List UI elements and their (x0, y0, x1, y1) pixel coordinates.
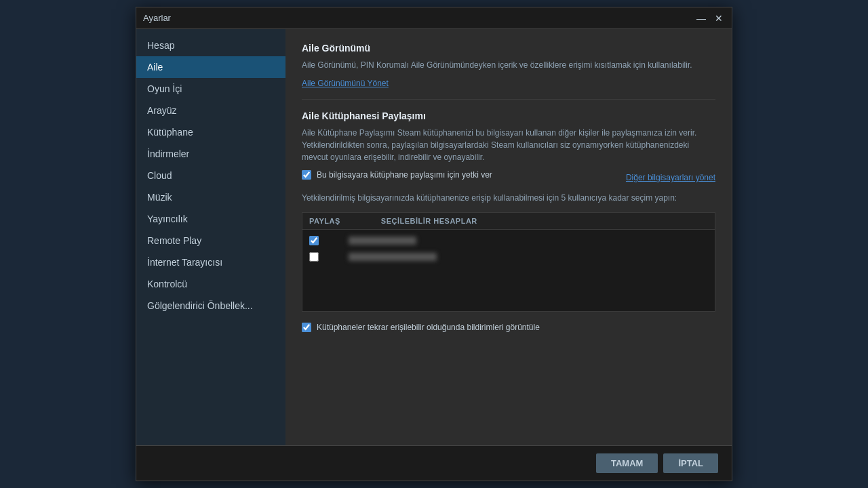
table-row (302, 232, 715, 249)
sidebar-item-yayincilik[interactable]: Yayıncılık (136, 208, 285, 230)
sidebar: Hesap Aile Oyun İçi Arayüz Kütüphane İnd… (136, 29, 285, 445)
sidebar-item-aile[interactable]: Aile (136, 56, 285, 78)
sidebar-item-hesap[interactable]: Hesap (136, 35, 285, 56)
authorize-checkbox-row: Bu bilgisayara kütüphane paylaşımı için … (302, 170, 492, 180)
notify-checkbox-label[interactable]: Kütüphaneler tekrar erişilebilir olduğun… (317, 323, 540, 332)
minimize-button[interactable]: — (695, 12, 707, 24)
divider-1 (302, 99, 715, 100)
sidebar-item-remote-play[interactable]: Remote Play (136, 230, 285, 251)
family-view-section: Aile Görünümü Aile Görünümü, PIN Korumal… (302, 43, 715, 88)
title-bar-controls: — ✕ (695, 12, 725, 24)
library-sharing-description: Aile Kütüphane Paylaşımı Steam kütüphane… (302, 127, 715, 163)
sidebar-item-indirmeler[interactable]: İndirmeler (136, 143, 285, 165)
family-view-description: Aile Görünümü, PIN Korumalı Aile Görünüm… (302, 59, 715, 71)
notify-checkbox[interactable] (302, 323, 311, 332)
share-table-body (302, 230, 715, 311)
manage-computers-link[interactable]: Diğer bilgisayarları yönet (626, 173, 715, 182)
main-area: Hesap Aile Oyun İçi Arayüz Kütüphane İnd… (136, 29, 732, 445)
row1-checkbox[interactable] (309, 236, 319, 245)
share-table: PAYLAŞ SEÇİLEBİLİR HESAPLAR (302, 212, 715, 312)
row2-account (349, 253, 437, 261)
content-area: Aile Görünümü Aile Görünümü, PIN Korumal… (285, 29, 732, 445)
settings-window: Ayarlar — ✕ Hesap Aile Oyun İçi Arayüz K… (136, 7, 732, 481)
manage-family-view-link[interactable]: Aile Görünümünü Yönet (302, 79, 389, 88)
family-view-title: Aile Görünümü (302, 43, 715, 54)
share-table-header: PAYLAŞ SEÇİLEBİLİR HESAPLAR (302, 213, 715, 230)
row1-account (349, 237, 416, 245)
row2-checkbox[interactable] (309, 252, 319, 262)
sidebar-item-arayuz[interactable]: Arayüz (136, 100, 285, 121)
title-bar: Ayarlar — ✕ (136, 7, 732, 29)
table-row (302, 249, 715, 265)
sidebar-item-muzik[interactable]: Müzik (136, 186, 285, 208)
sidebar-item-golgelendirici[interactable]: Gölgelendirici Önbellek... (136, 295, 285, 317)
sidebar-item-kontrolcu[interactable]: Kontrolcü (136, 273, 285, 295)
close-button[interactable]: ✕ (713, 12, 725, 24)
authorize-checkbox[interactable] (302, 170, 311, 180)
accounts-desc: Yetkilendirilmiş bilgisayarınızda kütüph… (302, 192, 715, 204)
ok-button[interactable]: TAMAM (596, 453, 658, 473)
footer: TAMAM İPTAL (136, 445, 732, 481)
sidebar-item-internet-tarayicisi[interactable]: İnternet Tarayıcısı (136, 251, 285, 273)
sidebar-item-oyun-ici[interactable]: Oyun İçi (136, 78, 285, 100)
sidebar-item-cloud[interactable]: Cloud (136, 165, 285, 186)
col-hesaplar: SEÇİLEBİLİR HESAPLAR (381, 217, 477, 225)
notify-checkbox-row: Kütüphaneler tekrar erişilebilir olduğun… (302, 323, 715, 332)
cancel-button[interactable]: İPTAL (663, 453, 718, 473)
authorize-checkbox-label[interactable]: Bu bilgisayara kütüphane paylaşımı için … (317, 170, 492, 180)
window-title: Ayarlar (143, 13, 171, 23)
sidebar-item-kutuphane[interactable]: Kütüphane (136, 121, 285, 143)
col-paylas: PAYLAŞ (309, 217, 340, 225)
sharing-authorize-row: Bu bilgisayara kütüphane paylaşımı için … (302, 170, 715, 185)
library-sharing-title: Aile Kütüphanesi Paylaşımı (302, 110, 715, 121)
library-sharing-section: Aile Kütüphanesi Paylaşımı Aile Kütüphan… (302, 110, 715, 332)
